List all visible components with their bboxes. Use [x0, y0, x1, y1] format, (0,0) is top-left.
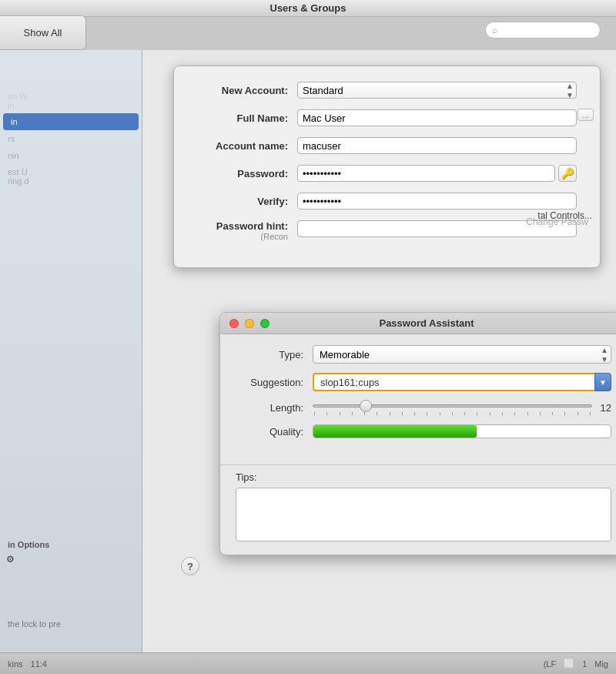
tick	[314, 412, 315, 415]
sidebar: on W in in rs nin est U ring d in Option…	[0, 50, 142, 652]
search-input[interactable]	[500, 25, 594, 35]
password-row: Password: 🔑	[197, 165, 577, 182]
tick	[390, 412, 390, 415]
bottom-right-mig: Mig	[594, 659, 608, 669]
bottom-right-box: ⬜	[564, 659, 574, 669]
password-input[interactable]	[297, 165, 555, 182]
pa-tips-section: Tips:	[220, 471, 616, 555]
account-name-input[interactable]	[297, 137, 577, 154]
pa-maximize-button[interactable]	[260, 319, 270, 328]
pa-suggestion-input[interactable]	[313, 373, 611, 391]
pa-suggestion-row: Suggestion: ▼	[236, 373, 611, 391]
pa-suggestion-wrapper: ▼	[313, 373, 611, 391]
tick	[402, 412, 403, 415]
dots-button[interactable]: ...	[578, 109, 594, 121]
tick	[578, 412, 578, 415]
account-name-label: Account name:	[197, 140, 297, 152]
tick	[564, 412, 565, 415]
tick	[352, 412, 353, 415]
bottom-left-text: kins	[8, 659, 23, 669]
pa-minimize-button[interactable]	[245, 319, 254, 328]
tick	[414, 412, 415, 415]
bottom-right-num: 1	[582, 659, 587, 669]
tick	[514, 412, 515, 415]
tick	[364, 412, 365, 415]
pa-title: Password Assistant	[276, 317, 578, 329]
sidebar-gear-button[interactable]: ⚙	[0, 551, 142, 568]
pa-suggestion-dropdown[interactable]: ▼	[594, 373, 611, 391]
pa-length-slider-wrapper	[313, 401, 592, 415]
sidebar-item-rs-label: rs	[8, 134, 15, 143]
pa-tips-label: Tips:	[236, 471, 611, 483]
bottom-time-text: 11:4	[31, 659, 47, 669]
bottom-right-lf: (LF	[544, 659, 557, 669]
tick	[464, 412, 465, 415]
help-button[interactable]: ?	[181, 557, 199, 575]
account-name-row: Account name:	[197, 137, 577, 154]
search-icon: ⌕	[492, 25, 497, 35]
pa-type-row: Type: Memorable Letters & Numbers Number…	[236, 345, 611, 364]
password-hint-row: Password hint: (Recon	[197, 220, 577, 241]
tick	[552, 412, 553, 415]
new-account-select[interactable]: Standard Administrator Managed with Pare…	[297, 82, 577, 99]
pa-length-value: 12	[592, 402, 611, 414]
show-all-button[interactable]: Show All	[0, 15, 86, 50]
pa-titlebar: Password Assistant	[220, 313, 616, 334]
lock-text: the lock to pre	[8, 618, 61, 629]
password-label: Password:	[197, 168, 297, 179]
tick	[590, 412, 591, 415]
pa-suggestion-label: Suggestion:	[236, 377, 313, 388]
pa-quality-row: Quality:	[236, 424, 611, 438]
pa-length-slider[interactable]	[313, 401, 592, 411]
password-assistant-dialog: Password Assistant Type: Memorable Lette…	[219, 312, 616, 555]
pa-tips-textarea[interactable]	[236, 488, 611, 542]
sidebar-item-est-u[interactable]: est U ring d	[0, 164, 142, 189]
full-name-input[interactable]	[297, 109, 577, 126]
tick	[340, 412, 340, 415]
main-content: New Account: Standard Administrator Mana…	[142, 50, 616, 652]
tick	[490, 412, 490, 415]
sidebar-login-options-label: in Options	[0, 535, 142, 551]
key-icon: 🔑	[561, 167, 574, 179]
parental-controls-text[interactable]: tal Controls...	[537, 210, 592, 221]
key-button[interactable]: 🔑	[558, 165, 577, 182]
verify-row: Verify:	[197, 193, 577, 210]
search-box: ⌕	[485, 22, 601, 39]
tick	[326, 412, 327, 415]
sidebar-item-nin[interactable]: nin	[0, 147, 142, 164]
pa-length-label: Length:	[236, 402, 313, 414]
pa-type-label: Type:	[236, 349, 313, 360]
sidebar-item-on-w[interactable]: on W in	[0, 89, 142, 113]
tick	[377, 412, 377, 415]
pa-body: Type: Memorable Letters & Numbers Number…	[220, 334, 616, 458]
new-account-label: New Account:	[197, 85, 297, 96]
create-account-dialog: New Account: Standard Administrator Mana…	[173, 65, 601, 268]
pa-type-select-wrapper: Memorable Letters & Numbers Numbers Only…	[313, 345, 611, 364]
tick	[540, 412, 541, 415]
pa-type-select[interactable]: Memorable Letters & Numbers Numbers Only…	[313, 345, 611, 364]
full-name-row: Full Name:	[197, 109, 577, 126]
verify-label: Verify:	[197, 196, 297, 207]
sidebar-item-label: in	[11, 117, 18, 126]
pa-quality-bar	[313, 424, 611, 438]
tick	[527, 412, 528, 415]
sidebar-item-rs[interactable]: rs	[0, 130, 142, 147]
tick	[477, 412, 477, 415]
pa-slider-ticks	[313, 412, 592, 415]
tick	[502, 412, 503, 415]
gear-icon: ⚙	[6, 554, 15, 565]
pa-close-button[interactable]	[229, 319, 239, 328]
pa-divider	[220, 464, 616, 465]
sidebar-item-selected[interactable]: in	[3, 113, 139, 130]
new-account-row: New Account: Standard Administrator Mana…	[197, 82, 577, 99]
tick	[440, 412, 440, 415]
dropdown-arrow-icon: ▼	[599, 378, 607, 387]
tick	[452, 412, 453, 415]
show-all-label: Show All	[24, 27, 62, 39]
bottom-bar: kins 11:4 (LF ⬜ 1 Mig	[0, 652, 616, 674]
verify-input[interactable]	[297, 193, 577, 210]
new-account-select-wrapper: Standard Administrator Managed with Pare…	[297, 82, 577, 99]
pa-quality-label: Quality:	[236, 426, 313, 438]
tick	[427, 412, 427, 415]
window-title: Users & Groups	[270, 2, 346, 14]
